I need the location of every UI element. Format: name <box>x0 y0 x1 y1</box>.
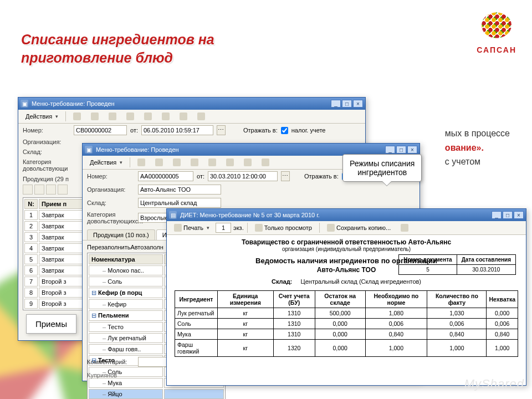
org-input[interactable] <box>138 185 221 195</box>
table-row: Солькг13100,0000,0060,0060,006 <box>175 319 518 329</box>
number-input[interactable] <box>74 125 127 135</box>
date-picker-button[interactable]: ⋯ <box>281 171 290 181</box>
date-picker-button[interactable]: ⋯ <box>217 125 226 135</box>
tb-b2[interactable] <box>151 157 167 168</box>
table-row[interactable]: 3Завтрак <box>24 232 83 242</box>
background-paragraph: мых в процессе ование». с учетом <box>445 126 510 169</box>
delete-row-button[interactable] <box>34 185 44 195</box>
minimize-button[interactable]: _ <box>331 100 341 108</box>
close-button[interactable]: × <box>514 211 524 219</box>
table-row[interactable]: 8Второй з <box>24 288 83 298</box>
comment-label: Комментарий: <box>87 359 135 365</box>
eye-icon <box>255 224 263 232</box>
report-meta-table: Номер документа Дата составления 5 30.03… <box>398 254 516 275</box>
tb-b4[interactable] <box>187 157 202 168</box>
table-row[interactable]: 2Завтрак <box>24 221 83 231</box>
callout-line1: Режимы списания <box>350 159 415 168</box>
table-row[interactable]: 6Завтрак <box>24 265 83 275</box>
titlebar[interactable]: ▣ Меню-требование: Проведен _ □ × <box>18 98 365 110</box>
minimize-button[interactable]: _ <box>385 146 395 154</box>
arrow-right-icon <box>155 158 163 166</box>
table-row[interactable]: 1Завтрак <box>24 210 83 220</box>
tree-row[interactable]: Яйцо <box>89 389 224 399</box>
tb-b1[interactable] <box>134 157 149 168</box>
callout-line2: ингредиентов <box>357 168 407 177</box>
table-row[interactable]: 9Второй з <box>24 299 83 309</box>
maximize-button[interactable]: □ <box>342 100 352 108</box>
nav-forward-button[interactable] <box>87 111 103 122</box>
report-org-full: Товарищество с ограниченной ответственно… <box>175 238 518 246</box>
table-row[interactable]: 5Завтрак <box>24 254 83 264</box>
titlebar[interactable]: ▤ ДИЕТ: Меню-требование № 5 от 30 марта … <box>167 209 526 221</box>
bg-text-1: мых в процессе <box>445 129 510 138</box>
bg-text-3: с учетом <box>445 157 480 166</box>
tb-b8[interactable] <box>258 157 273 168</box>
app-icon: ▣ <box>21 100 28 108</box>
col-meal[interactable]: Прием п <box>39 199 83 209</box>
maximize-button[interactable]: □ <box>503 211 513 219</box>
grid-btn4[interactable] <box>58 185 68 195</box>
category-label: Категория довольствующихся: <box>87 211 135 224</box>
nav-back-button[interactable] <box>69 111 85 122</box>
grid-btn3[interactable] <box>46 185 56 195</box>
meta-date-hdr: Дата составления <box>457 255 515 265</box>
logo-icon <box>477 10 516 43</box>
save-button[interactable] <box>122 111 138 122</box>
check-icon <box>144 112 152 120</box>
tab-products[interactable]: Продукция (10 поз.) <box>87 229 155 240</box>
help-button[interactable] <box>397 222 412 233</box>
category-label: Категория довольствующи <box>23 158 70 172</box>
report-org-sub: организация (индивидуальный предпринимат… <box>175 246 518 252</box>
save-copy-button[interactable]: Сохранить копию... <box>323 222 395 233</box>
table-row: Лук репчатыйкг1310500,0001,0801,0300,000 <box>175 308 518 319</box>
add-row-button[interactable] <box>23 185 33 195</box>
brand-logo: САПСАН <box>477 10 516 54</box>
maximize-button[interactable]: □ <box>396 146 406 154</box>
copies-label: экз. <box>233 224 244 231</box>
sklad-input[interactable] <box>138 198 221 208</box>
tb-b5[interactable] <box>204 157 220 168</box>
refresh-icon <box>109 112 116 120</box>
close-button[interactable]: × <box>407 146 417 154</box>
number-label: Номер: <box>23 127 70 134</box>
table-row[interactable]: 7Второй з <box>24 277 83 287</box>
print-button[interactable] <box>158 111 173 122</box>
refresh-button[interactable] <box>105 111 120 122</box>
table-row[interactable]: 4Завтрак <box>24 243 83 253</box>
sklad-label: Склад: <box>87 200 135 206</box>
date-input[interactable] <box>141 125 213 135</box>
number-label: Номер: <box>87 173 135 180</box>
tb-b3[interactable] <box>169 157 185 168</box>
sklad-label: Склад: <box>23 149 70 155</box>
tb-b7[interactable] <box>240 157 255 168</box>
autofill-button[interactable]: Автозаполн <box>130 244 163 250</box>
tax-accounting-label: налог. учете <box>291 127 326 134</box>
refill-button[interactable]: Перезаполнить <box>87 244 130 250</box>
arrow-right-icon <box>91 112 99 120</box>
tax-accounting-checkbox[interactable] <box>281 127 288 134</box>
minimize-button[interactable]: _ <box>492 211 502 219</box>
app-icon: ▣ <box>85 146 93 154</box>
actions-menu[interactable]: Действия <box>86 157 126 167</box>
table-row: Фарш говяжийкг13200,0001,0001,0001,000 <box>175 340 518 357</box>
products-grid[interactable]: N: Прием п 1Завтрак2Завтрак3Завтрак4Завт… <box>23 197 85 310</box>
help-button[interactable] <box>193 111 209 122</box>
printer-icon <box>174 224 182 232</box>
print-menu[interactable]: Печать <box>170 222 213 233</box>
doc-icon: ▤ <box>169 211 177 219</box>
org-label: Организация: <box>23 139 70 145</box>
col-number[interactable]: N: <box>24 199 38 209</box>
report-button[interactable] <box>176 111 191 122</box>
number-input[interactable] <box>138 171 193 181</box>
copies-input[interactable] <box>216 223 231 233</box>
view-only-button[interactable]: Только просмотр <box>251 222 316 233</box>
tb-b6[interactable] <box>222 157 238 168</box>
help-icon <box>262 158 269 166</box>
printer-icon <box>162 112 170 120</box>
close-button[interactable]: × <box>353 100 363 108</box>
meta-date: 30.03.2010 <box>457 265 515 275</box>
col-nomenclature[interactable]: Номенклатура <box>89 254 163 264</box>
actions-menu[interactable]: Действия <box>22 111 62 121</box>
post-button[interactable] <box>140 111 156 122</box>
date-input[interactable] <box>208 171 278 181</box>
